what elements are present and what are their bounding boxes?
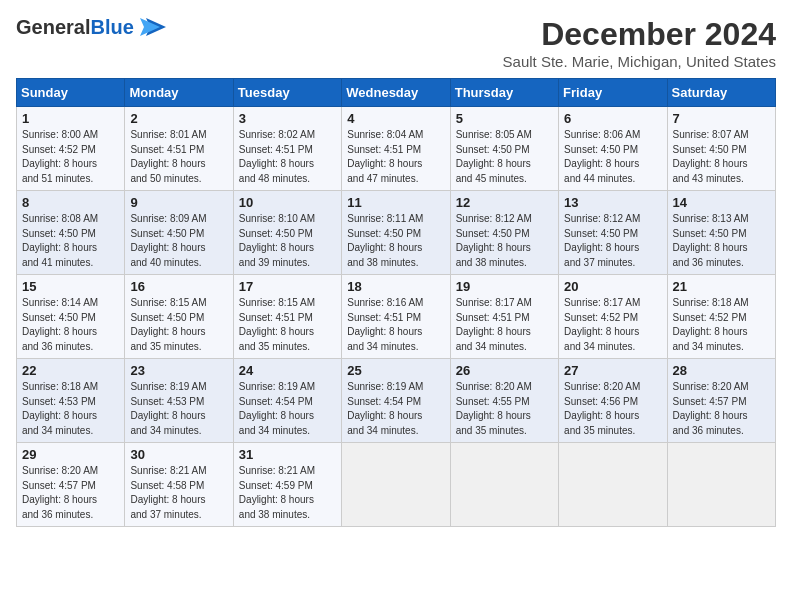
calendar-cell: 19Sunrise: 8:17 AM Sunset: 4:51 PM Dayli… bbox=[450, 275, 558, 359]
day-number: 27 bbox=[564, 363, 661, 378]
calendar-table: SundayMondayTuesdayWednesdayThursdayFrid… bbox=[16, 78, 776, 527]
calendar-cell: 13Sunrise: 8:12 AM Sunset: 4:50 PM Dayli… bbox=[559, 191, 667, 275]
calendar-cell: 24Sunrise: 8:19 AM Sunset: 4:54 PM Dayli… bbox=[233, 359, 341, 443]
logo-text: GeneralBlue bbox=[16, 16, 134, 38]
day-info: Sunrise: 8:20 AM Sunset: 4:57 PM Dayligh… bbox=[673, 380, 770, 438]
day-number: 31 bbox=[239, 447, 336, 462]
day-info: Sunrise: 8:18 AM Sunset: 4:53 PM Dayligh… bbox=[22, 380, 119, 438]
day-info: Sunrise: 8:00 AM Sunset: 4:52 PM Dayligh… bbox=[22, 128, 119, 186]
day-number: 11 bbox=[347, 195, 444, 210]
calendar-cell: 1Sunrise: 8:00 AM Sunset: 4:52 PM Daylig… bbox=[17, 107, 125, 191]
day-info: Sunrise: 8:01 AM Sunset: 4:51 PM Dayligh… bbox=[130, 128, 227, 186]
calendar-cell: 25Sunrise: 8:19 AM Sunset: 4:54 PM Dayli… bbox=[342, 359, 450, 443]
day-number: 15 bbox=[22, 279, 119, 294]
calendar-cell: 26Sunrise: 8:20 AM Sunset: 4:55 PM Dayli… bbox=[450, 359, 558, 443]
day-info: Sunrise: 8:12 AM Sunset: 4:50 PM Dayligh… bbox=[564, 212, 661, 270]
calendar-cell bbox=[559, 443, 667, 527]
day-info: Sunrise: 8:07 AM Sunset: 4:50 PM Dayligh… bbox=[673, 128, 770, 186]
day-number: 9 bbox=[130, 195, 227, 210]
calendar-cell: 6Sunrise: 8:06 AM Sunset: 4:50 PM Daylig… bbox=[559, 107, 667, 191]
weekday-header-wednesday: Wednesday bbox=[342, 79, 450, 107]
day-number: 1 bbox=[22, 111, 119, 126]
day-info: Sunrise: 8:21 AM Sunset: 4:58 PM Dayligh… bbox=[130, 464, 227, 522]
day-number: 6 bbox=[564, 111, 661, 126]
day-number: 12 bbox=[456, 195, 553, 210]
calendar-cell: 12Sunrise: 8:12 AM Sunset: 4:50 PM Dayli… bbox=[450, 191, 558, 275]
day-info: Sunrise: 8:02 AM Sunset: 4:51 PM Dayligh… bbox=[239, 128, 336, 186]
day-info: Sunrise: 8:20 AM Sunset: 4:55 PM Dayligh… bbox=[456, 380, 553, 438]
calendar-cell: 15Sunrise: 8:14 AM Sunset: 4:50 PM Dayli… bbox=[17, 275, 125, 359]
day-info: Sunrise: 8:12 AM Sunset: 4:50 PM Dayligh… bbox=[456, 212, 553, 270]
weekday-header-sunday: Sunday bbox=[17, 79, 125, 107]
day-info: Sunrise: 8:19 AM Sunset: 4:54 PM Dayligh… bbox=[347, 380, 444, 438]
weekday-header-thursday: Thursday bbox=[450, 79, 558, 107]
day-info: Sunrise: 8:13 AM Sunset: 4:50 PM Dayligh… bbox=[673, 212, 770, 270]
day-info: Sunrise: 8:21 AM Sunset: 4:59 PM Dayligh… bbox=[239, 464, 336, 522]
calendar-week-3: 15Sunrise: 8:14 AM Sunset: 4:50 PM Dayli… bbox=[17, 275, 776, 359]
calendar-week-4: 22Sunrise: 8:18 AM Sunset: 4:53 PM Dayli… bbox=[17, 359, 776, 443]
day-number: 20 bbox=[564, 279, 661, 294]
day-number: 21 bbox=[673, 279, 770, 294]
calendar-cell: 16Sunrise: 8:15 AM Sunset: 4:50 PM Dayli… bbox=[125, 275, 233, 359]
calendar-week-2: 8Sunrise: 8:08 AM Sunset: 4:50 PM Daylig… bbox=[17, 191, 776, 275]
weekday-header-tuesday: Tuesday bbox=[233, 79, 341, 107]
calendar-week-5: 29Sunrise: 8:20 AM Sunset: 4:57 PM Dayli… bbox=[17, 443, 776, 527]
day-info: Sunrise: 8:19 AM Sunset: 4:54 PM Dayligh… bbox=[239, 380, 336, 438]
day-number: 24 bbox=[239, 363, 336, 378]
day-number: 23 bbox=[130, 363, 227, 378]
day-number: 30 bbox=[130, 447, 227, 462]
day-number: 18 bbox=[347, 279, 444, 294]
logo: GeneralBlue bbox=[16, 16, 168, 38]
day-number: 3 bbox=[239, 111, 336, 126]
day-number: 26 bbox=[456, 363, 553, 378]
day-info: Sunrise: 8:17 AM Sunset: 4:51 PM Dayligh… bbox=[456, 296, 553, 354]
calendar-cell: 18Sunrise: 8:16 AM Sunset: 4:51 PM Dayli… bbox=[342, 275, 450, 359]
calendar-cell: 4Sunrise: 8:04 AM Sunset: 4:51 PM Daylig… bbox=[342, 107, 450, 191]
day-info: Sunrise: 8:16 AM Sunset: 4:51 PM Dayligh… bbox=[347, 296, 444, 354]
calendar-cell: 10Sunrise: 8:10 AM Sunset: 4:50 PM Dayli… bbox=[233, 191, 341, 275]
day-info: Sunrise: 8:19 AM Sunset: 4:53 PM Dayligh… bbox=[130, 380, 227, 438]
day-info: Sunrise: 8:11 AM Sunset: 4:50 PM Dayligh… bbox=[347, 212, 444, 270]
day-info: Sunrise: 8:17 AM Sunset: 4:52 PM Dayligh… bbox=[564, 296, 661, 354]
day-number: 5 bbox=[456, 111, 553, 126]
calendar-cell bbox=[342, 443, 450, 527]
calendar-cell: 23Sunrise: 8:19 AM Sunset: 4:53 PM Dayli… bbox=[125, 359, 233, 443]
day-number: 22 bbox=[22, 363, 119, 378]
day-info: Sunrise: 8:15 AM Sunset: 4:51 PM Dayligh… bbox=[239, 296, 336, 354]
weekday-header-saturday: Saturday bbox=[667, 79, 775, 107]
day-number: 7 bbox=[673, 111, 770, 126]
day-info: Sunrise: 8:06 AM Sunset: 4:50 PM Dayligh… bbox=[564, 128, 661, 186]
day-number: 29 bbox=[22, 447, 119, 462]
page-title: December 2024 bbox=[503, 16, 776, 53]
page-header: GeneralBlue December 2024 Sault Ste. Mar… bbox=[16, 16, 776, 70]
calendar-cell bbox=[667, 443, 775, 527]
day-number: 8 bbox=[22, 195, 119, 210]
calendar-cell: 20Sunrise: 8:17 AM Sunset: 4:52 PM Dayli… bbox=[559, 275, 667, 359]
day-number: 17 bbox=[239, 279, 336, 294]
weekday-header-monday: Monday bbox=[125, 79, 233, 107]
calendar-cell: 3Sunrise: 8:02 AM Sunset: 4:51 PM Daylig… bbox=[233, 107, 341, 191]
calendar-cell: 11Sunrise: 8:11 AM Sunset: 4:50 PM Dayli… bbox=[342, 191, 450, 275]
calendar-cell: 5Sunrise: 8:05 AM Sunset: 4:50 PM Daylig… bbox=[450, 107, 558, 191]
day-number: 13 bbox=[564, 195, 661, 210]
day-info: Sunrise: 8:20 AM Sunset: 4:56 PM Dayligh… bbox=[564, 380, 661, 438]
day-number: 4 bbox=[347, 111, 444, 126]
day-info: Sunrise: 8:18 AM Sunset: 4:52 PM Dayligh… bbox=[673, 296, 770, 354]
calendar-cell: 28Sunrise: 8:20 AM Sunset: 4:57 PM Dayli… bbox=[667, 359, 775, 443]
calendar-cell: 8Sunrise: 8:08 AM Sunset: 4:50 PM Daylig… bbox=[17, 191, 125, 275]
calendar-cell: 29Sunrise: 8:20 AM Sunset: 4:57 PM Dayli… bbox=[17, 443, 125, 527]
calendar-cell: 31Sunrise: 8:21 AM Sunset: 4:59 PM Dayli… bbox=[233, 443, 341, 527]
day-info: Sunrise: 8:09 AM Sunset: 4:50 PM Dayligh… bbox=[130, 212, 227, 270]
calendar-cell: 2Sunrise: 8:01 AM Sunset: 4:51 PM Daylig… bbox=[125, 107, 233, 191]
day-number: 16 bbox=[130, 279, 227, 294]
calendar-cell bbox=[450, 443, 558, 527]
day-number: 14 bbox=[673, 195, 770, 210]
day-info: Sunrise: 8:10 AM Sunset: 4:50 PM Dayligh… bbox=[239, 212, 336, 270]
calendar-cell: 30Sunrise: 8:21 AM Sunset: 4:58 PM Dayli… bbox=[125, 443, 233, 527]
day-info: Sunrise: 8:04 AM Sunset: 4:51 PM Dayligh… bbox=[347, 128, 444, 186]
calendar-cell: 22Sunrise: 8:18 AM Sunset: 4:53 PM Dayli… bbox=[17, 359, 125, 443]
day-number: 19 bbox=[456, 279, 553, 294]
calendar-cell: 9Sunrise: 8:09 AM Sunset: 4:50 PM Daylig… bbox=[125, 191, 233, 275]
day-number: 28 bbox=[673, 363, 770, 378]
title-area: December 2024 Sault Ste. Marie, Michigan… bbox=[503, 16, 776, 70]
